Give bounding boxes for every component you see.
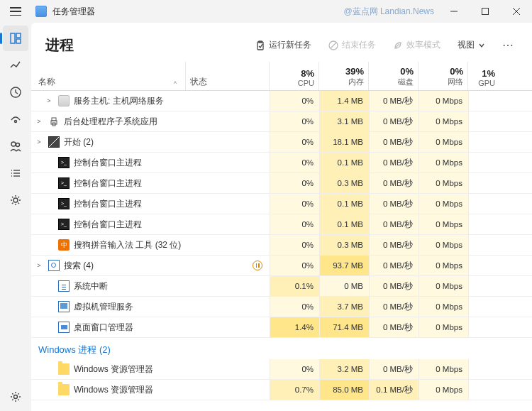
- mem-cell: 18.1 MB: [319, 132, 369, 152]
- table-row[interactable]: >后台处理程序子系统应用0%3.1 MB0 MB/秒0 Mbps: [31, 111, 532, 132]
- col-cpu[interactable]: 8%CPU: [270, 62, 319, 90]
- watermark: @蓝点网 Landian.News: [343, 6, 434, 18]
- hamburger-menu[interactable]: [0, 7, 31, 16]
- page-title: 进程: [45, 35, 74, 55]
- table-row[interactable]: >控制台窗口主进程0%0.1 MB0 MB/秒0 Mbps: [31, 153, 532, 173]
- status-cell: [186, 194, 270, 214]
- net-cell: 0 Mbps: [419, 256, 468, 275]
- table-row[interactable]: >Windows 资源管理器0.7%85.0 MB0.1 MB/秒0 Mbps: [31, 380, 532, 400]
- view-button[interactable]: 视图: [453, 36, 489, 54]
- process-name: 后台处理程序子系统应用: [64, 116, 157, 128]
- table-row[interactable]: >Windows 资源管理器0%3.2 MB0 MB/秒0 Mbps: [31, 359, 532, 380]
- process-icon: [58, 157, 70, 168]
- table-row[interactable]: >搜索 (4)0%93.7 MB0 MB/秒0 Mbps: [31, 256, 532, 276]
- end-task-button: 结束任务: [324, 36, 380, 54]
- process-name: Windows 资源管理器: [74, 384, 153, 396]
- gpu-cell: [468, 91, 499, 111]
- table-row[interactable]: >搜狗拼音输入法 工具 (32 位)0%0.3 MB0 MB/秒0 Mbps: [31, 235, 532, 256]
- mem-cell: 0 MB: [319, 276, 369, 296]
- status-cell: [186, 132, 270, 152]
- table-row[interactable]: >控制台窗口主进程0%0.1 MB0 MB/秒0 Mbps: [31, 214, 532, 235]
- gpu-cell: [468, 153, 499, 172]
- net-cell: 0 Mbps: [419, 359, 468, 379]
- run-task-button[interactable]: 运行新任务: [251, 36, 316, 54]
- content-area: 进程 运行新任务 结束任务 效率模式 视图: [31, 23, 532, 411]
- disk-cell: 0 MB/秒: [369, 276, 419, 296]
- status-cell: [186, 359, 270, 379]
- process-icon: [58, 177, 70, 189]
- sidebar-settings[interactable]: [3, 384, 28, 410]
- table-row[interactable]: >虚拟机管理服务0%3.7 MB0 MB/秒0 Mbps: [31, 297, 532, 317]
- mem-cell: 93.7 MB: [319, 256, 369, 275]
- table-row[interactable]: >控制台窗口主进程0%0.3 MB0 MB/秒0 Mbps: [31, 173, 532, 194]
- table-body: >服务主机: 主机网络服务0%1.4 MB0 MB/秒0 Mbps>后台处理程序…: [31, 91, 532, 411]
- mem-cell: 0.3 MB: [319, 235, 369, 255]
- mem-cell: 3.7 MB: [319, 297, 369, 317]
- col-status[interactable]: 状态: [186, 62, 270, 90]
- sidebar-details[interactable]: [3, 160, 28, 186]
- process-name: 虚拟机管理服务: [74, 301, 133, 313]
- titlebar: 任务管理器 @蓝点网 Landian.News: [0, 0, 532, 23]
- gpu-cell: [468, 132, 499, 152]
- process-icon: [48, 136, 60, 148]
- sidebar-startup[interactable]: [3, 106, 28, 132]
- table-header: 名称^ 状态 8%CPU 39%内存 0%磁盘 0%网络 1%GPU: [31, 62, 532, 91]
- chevron-down-icon: [478, 42, 485, 49]
- mem-cell: 0.1 MB: [319, 214, 369, 234]
- gpu-cell: [468, 173, 499, 193]
- expand-icon[interactable]: >: [34, 118, 44, 125]
- col-disk[interactable]: 0%磁盘: [369, 62, 419, 90]
- col-gpu[interactable]: 1%GPU: [468, 62, 499, 90]
- table-row[interactable]: >桌面窗口管理器1.4%71.4 MB0 MB/秒0 Mbps: [31, 317, 532, 338]
- gpu-cell: [468, 111, 499, 131]
- process-icon: [48, 116, 60, 127]
- net-cell: 0 Mbps: [419, 153, 468, 172]
- expand-icon[interactable]: >: [34, 262, 44, 269]
- status-cell: [186, 91, 270, 111]
- net-cell: 0 Mbps: [419, 380, 468, 400]
- col-name[interactable]: 名称^: [33, 62, 186, 90]
- disk-cell: 0 MB/秒: [369, 235, 419, 255]
- process-icon: [58, 322, 70, 333]
- process-icon: [58, 95, 70, 106]
- sidebar-performance[interactable]: [3, 53, 28, 78]
- clipboard-icon: [255, 40, 265, 50]
- minimize-button[interactable]: [438, 0, 470, 23]
- svg-point-8: [15, 121, 17, 123]
- group-header[interactable]: Windows 进程 (2): [31, 338, 532, 359]
- process-name: 开始 (2): [64, 136, 94, 148]
- app-icon: [35, 6, 47, 17]
- mem-cell: 0.3 MB: [319, 173, 369, 193]
- close-button[interactable]: [501, 0, 532, 23]
- cpu-cell: 0%: [270, 173, 319, 193]
- col-memory[interactable]: 39%内存: [319, 62, 369, 90]
- table-row[interactable]: >系统中断0.1%0 MB0 MB/秒0 Mbps: [31, 276, 532, 297]
- sidebar-services[interactable]: [3, 187, 28, 213]
- maximize-button[interactable]: [470, 0, 501, 23]
- table-row[interactable]: >服务主机: 主机网络服务0%1.4 MB0 MB/秒0 Mbps: [31, 91, 532, 111]
- sidebar-users[interactable]: [3, 133, 28, 159]
- cpu-cell: 0%: [270, 359, 319, 379]
- sidebar-history[interactable]: [3, 80, 28, 105]
- table-row[interactable]: >控制台窗口主进程0%0.1 MB0 MB/秒0 Mbps: [31, 194, 532, 214]
- mem-cell: 1.4 MB: [319, 91, 369, 111]
- cpu-cell: 0%: [270, 91, 319, 111]
- process-icon: [58, 198, 70, 209]
- table-row[interactable]: >开始 (2)0%18.1 MB0 MB/秒0 Mbps: [31, 132, 532, 153]
- disk-cell: 0 MB/秒: [369, 91, 419, 111]
- col-network[interactable]: 0%网络: [419, 62, 468, 90]
- mem-cell: 3.2 MB: [319, 359, 369, 379]
- mem-cell: 85.0 MB: [319, 380, 369, 400]
- cpu-cell: 0.1%: [270, 276, 319, 296]
- cpu-cell: 0%: [270, 153, 319, 172]
- process-icon: [58, 384, 70, 395]
- sidebar: [0, 23, 31, 411]
- process-name: 搜索 (4): [64, 260, 94, 272]
- expand-icon[interactable]: >: [34, 138, 44, 146]
- sidebar-processes[interactable]: [3, 26, 28, 51]
- mem-cell: 71.4 MB: [319, 317, 369, 337]
- process-icon: [58, 239, 70, 251]
- expand-icon[interactable]: >: [44, 97, 54, 104]
- more-button[interactable]: ⋯: [498, 38, 518, 52]
- net-cell: 0 Mbps: [419, 317, 468, 337]
